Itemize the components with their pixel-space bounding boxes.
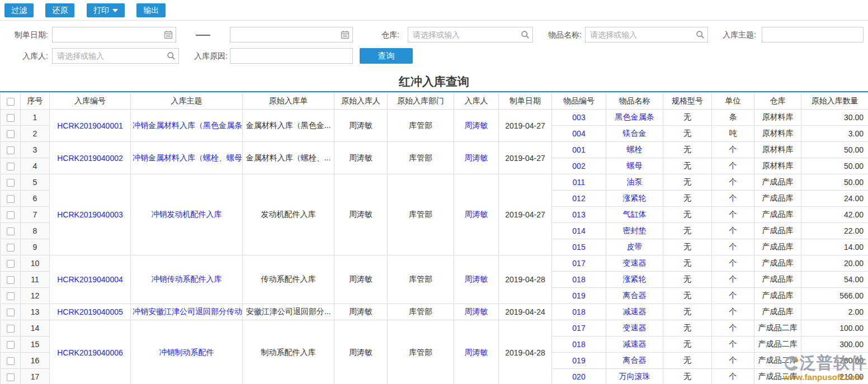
row-checkbox[interactable] xyxy=(7,292,15,300)
row-checkbox[interactable] xyxy=(7,357,15,365)
item-code-link[interactable]: 019 xyxy=(572,356,585,365)
operator-link[interactable]: 周涛敏 xyxy=(465,274,488,283)
item-name-link[interactable]: 涨紧轮 xyxy=(623,274,647,283)
item-code-link[interactable]: 011 xyxy=(573,178,585,187)
search-icon[interactable] xyxy=(696,30,705,39)
item-name-input[interactable] xyxy=(585,27,708,42)
calendar-icon[interactable] xyxy=(341,30,350,39)
operator-link[interactable]: 周涛敏 xyxy=(465,307,488,316)
row-checkbox[interactable] xyxy=(7,146,15,154)
row-checkbox[interactable] xyxy=(7,341,15,349)
item-code-link[interactable]: 003 xyxy=(572,113,585,122)
item-name-link[interactable]: 减速器 xyxy=(623,307,647,316)
item-qty-cell: 210.00 xyxy=(801,369,868,384)
operator-input[interactable] xyxy=(52,48,179,64)
date-from-input[interactable] xyxy=(52,27,176,42)
row-checkbox[interactable] xyxy=(7,260,15,268)
entry-subject-cell: 冲销金属材料入库（黑色金属条、 xyxy=(131,110,243,142)
warehouse-input[interactable] xyxy=(408,27,533,42)
item-name-link[interactable]: 螺栓 xyxy=(627,145,643,154)
row-checkbox[interactable] xyxy=(7,309,15,316)
row-checkbox[interactable] xyxy=(7,325,15,333)
entry-no-link[interactable]: HCRK2019040005 xyxy=(57,307,123,316)
print-button[interactable]: 打印 xyxy=(87,3,125,17)
item-name-link[interactable]: 密封垫 xyxy=(623,226,647,235)
item-name-link[interactable]: 黑色金属条 xyxy=(615,112,654,121)
item-code-link[interactable]: 018 xyxy=(572,307,585,316)
item-code-link[interactable]: 004 xyxy=(572,129,585,138)
item-name-link[interactable]: 镁合金 xyxy=(623,129,647,138)
operator-link[interactable]: 周涛敏 xyxy=(465,210,488,219)
item-name-link[interactable]: 减速器 xyxy=(623,339,647,348)
entry-no-link[interactable]: HCRK2019040006 xyxy=(57,348,123,357)
item-code-link[interactable]: 002 xyxy=(572,162,585,170)
entry-no-cell: HCRK2019040005 xyxy=(50,304,131,320)
search-button[interactable]: 查询 xyxy=(360,48,413,64)
row-checkbox[interactable] xyxy=(7,130,15,138)
entry-no-link[interactable]: HCRK2019040004 xyxy=(57,275,123,284)
reason-input[interactable] xyxy=(230,48,353,64)
entry-subject-link[interactable]: 冲销制动系配件 xyxy=(159,348,214,357)
item-code-link[interactable]: 015 xyxy=(572,243,585,252)
entry-subject-link[interactable]: 冲销传动系配件入库 xyxy=(152,274,222,283)
item-name-link[interactable]: 离合器 xyxy=(623,355,647,364)
item-name-link[interactable]: 变速器 xyxy=(623,258,647,267)
item-code-link[interactable]: 013 xyxy=(572,210,585,219)
entry-subject-link[interactable]: 冲销安徽江津公司退回部分传动系配件 xyxy=(133,307,243,316)
row-checkbox[interactable] xyxy=(7,276,15,284)
row-checkbox[interactable] xyxy=(7,244,15,252)
item-code-link[interactable]: 017 xyxy=(572,259,585,268)
filter-button[interactable]: 过滤 xyxy=(4,3,34,17)
restore-button[interactable]: 还原 xyxy=(45,3,74,17)
item-qty-cell: 42.00 xyxy=(801,207,868,223)
row-checkbox[interactable] xyxy=(7,227,15,235)
row-checkbox[interactable] xyxy=(7,114,15,122)
operator-link[interactable]: 周涛敏 xyxy=(465,348,488,357)
subject-input[interactable] xyxy=(762,27,864,42)
item-name-link[interactable]: 气缸体 xyxy=(623,210,647,219)
item-name-link[interactable]: 离合器 xyxy=(623,291,647,300)
item-name-link[interactable]: 皮带 xyxy=(627,242,643,251)
item-code-link[interactable]: 014 xyxy=(572,226,585,235)
item-spec-cell: 无 xyxy=(663,126,712,142)
item-spec-cell: 无 xyxy=(663,110,712,126)
item-name-link[interactable]: 油泵 xyxy=(627,177,643,186)
select-all-checkbox[interactable] xyxy=(7,98,15,106)
item-code-link[interactable]: 018 xyxy=(572,275,585,284)
item-code-link[interactable]: 019 xyxy=(572,291,585,300)
entry-no-link[interactable]: HCRK2019040003 xyxy=(57,210,123,219)
entry-subject-link[interactable]: 冲销金属材料入库（黑色金属条、 xyxy=(133,121,243,130)
operator-link[interactable]: 周涛敏 xyxy=(465,121,488,130)
entry-no-link[interactable]: HCRK2019040002 xyxy=(57,154,123,163)
item-name-link[interactable]: 变速器 xyxy=(623,323,647,332)
row-checkbox[interactable] xyxy=(7,179,15,187)
row-checkbox[interactable] xyxy=(7,163,15,170)
entry-no-link[interactable]: HCRK2019040001 xyxy=(57,121,123,130)
export-button[interactable]: 输出 xyxy=(136,3,166,17)
item-code-link[interactable]: 012 xyxy=(572,194,585,203)
search-icon[interactable] xyxy=(167,51,176,60)
item-code-link[interactable]: 020 xyxy=(572,372,585,381)
item-code-link[interactable]: 001 xyxy=(572,145,585,154)
row-checkbox-cell xyxy=(1,255,21,272)
row-seq-cell: 16 xyxy=(21,353,50,369)
item-code-link[interactable]: 018 xyxy=(572,340,585,349)
entry-subject-link[interactable]: 冲销发动机配件入库 xyxy=(152,210,222,219)
item-qty-cell: 260.00 xyxy=(801,353,868,369)
column-header-3: 原始入库单 xyxy=(243,93,334,110)
search-icon[interactable] xyxy=(521,30,530,39)
item-unit-cell: 个 xyxy=(712,304,754,320)
row-seq-cell: 7 xyxy=(21,207,50,223)
operator-link[interactable]: 周涛敏 xyxy=(465,153,488,162)
item-name-link[interactable]: 螺母 xyxy=(627,161,643,170)
row-checkbox[interactable] xyxy=(7,195,15,203)
item-name-link[interactable]: 涨紧轮 xyxy=(623,193,647,202)
item-name-link[interactable]: 万向滚珠 xyxy=(619,372,650,381)
item-code-cell: 018 xyxy=(552,304,606,320)
date-to-input[interactable] xyxy=(230,27,353,42)
entry-subject-link[interactable]: 冲销金属材料入库（螺栓、螺母） xyxy=(133,153,243,162)
calendar-icon[interactable] xyxy=(164,30,173,39)
item-code-link[interactable]: 017 xyxy=(572,324,585,333)
row-checkbox[interactable] xyxy=(7,211,15,219)
row-checkbox[interactable] xyxy=(7,373,15,381)
